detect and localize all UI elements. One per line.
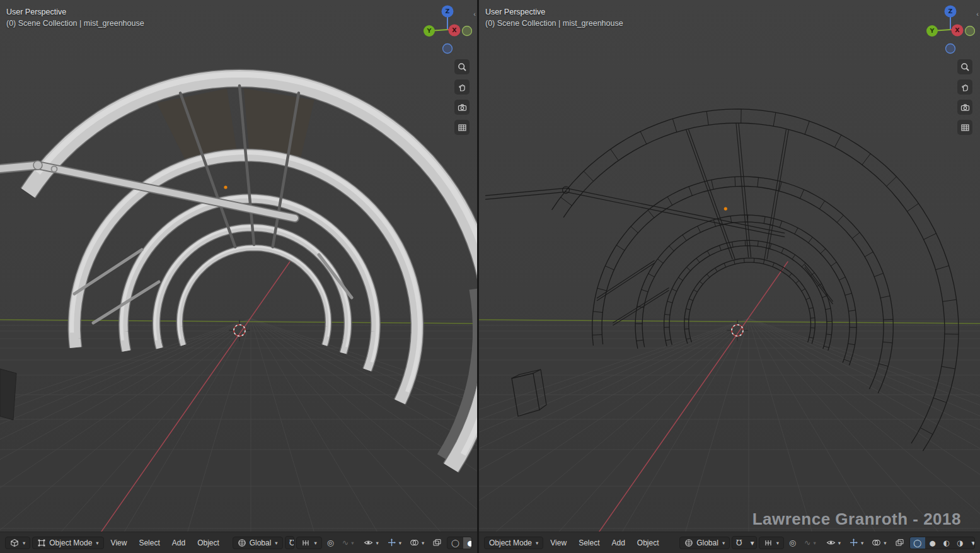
- menu-add[interactable]: Add: [606, 537, 630, 549]
- navigation-gizmo[interactable]: Z Y X: [423, 5, 472, 54]
- grid-icon: [458, 123, 467, 132]
- snap-magnet-toggle[interactable]: Ω: [732, 537, 746, 549]
- shading-material-button[interactable]: ◐: [940, 537, 954, 549]
- chevron-down-icon: ▾: [314, 540, 316, 546]
- menu-select[interactable]: Select: [134, 537, 164, 549]
- shading-wireframe-button[interactable]: ◯: [447, 537, 463, 549]
- shading-solid-button[interactable]: ●: [925, 537, 939, 549]
- eye-icon: [364, 538, 373, 547]
- viewport-tools: [454, 59, 470, 135]
- proportional-editing-toggle[interactable]: ◎: [786, 537, 799, 549]
- zoom-icon: [458, 62, 467, 72]
- hand-icon: [458, 83, 467, 92]
- gizmo-y-label: Y: [427, 27, 432, 34]
- chevron-down-icon: ▾: [422, 540, 424, 546]
- orientation-label: Global: [250, 538, 272, 547]
- gizmo-axis-neg-y[interactable]: [966, 26, 975, 36]
- navigation-gizmo[interactable]: Z Y X: [926, 5, 975, 54]
- viewport-shading-group: ◯ ● ◐ ◑ ▾: [909, 537, 975, 549]
- hand-icon: [960, 83, 970, 92]
- viewport-right[interactable]: User Perspective (0) Scene Collection | …: [479, 0, 980, 532]
- viewport-header-bar-left: ▾ Object Mode ▾ View Select Add Object: [0, 532, 477, 553]
- chevron-down-icon: ▾: [536, 540, 538, 546]
- snapping-group: Ω ▾: [732, 536, 757, 549]
- menu-select[interactable]: Select: [574, 537, 604, 549]
- xray-icon: [895, 538, 904, 547]
- viewport-left-column: User Perspective (0) Scene Collection | …: [0, 0, 477, 553]
- mode-label: Object Mode: [49, 538, 92, 547]
- xray-icon: [432, 538, 442, 547]
- chevron-down-icon: ▾: [884, 540, 886, 546]
- gizmo-arrows-icon: [849, 538, 858, 547]
- viewport-left[interactable]: User Perspective (0) Scene Collection | …: [0, 0, 477, 532]
- camera-icon: [960, 103, 970, 112]
- visibility-dropdown[interactable]: ▾: [823, 537, 844, 549]
- show-gizmo-dropdown[interactable]: ▾: [846, 537, 867, 549]
- shading-wireframe-button[interactable]: ◯: [910, 537, 926, 549]
- proportional-falloff-dropdown[interactable]: ∿ ▾: [801, 537, 819, 549]
- gizmo-axis-neg-z[interactable]: [946, 44, 955, 54]
- menu-object[interactable]: Object: [632, 537, 664, 549]
- shading-dropdown[interactable]: ▾: [968, 537, 975, 549]
- ortho-toggle-button[interactable]: [957, 120, 972, 135]
- snap-increment-icon: [301, 538, 310, 547]
- transform-orientation-dropdown[interactable]: Global ▾: [679, 537, 730, 549]
- zoom-button[interactable]: [454, 59, 470, 74]
- xray-toggle[interactable]: [429, 537, 445, 549]
- viewport-shading-group: ◯ ● ◐ ◑ ▾: [447, 537, 472, 549]
- ortho-toggle-button[interactable]: [454, 120, 470, 135]
- proportional-editing-toggle[interactable]: ◎: [324, 537, 337, 549]
- sidebar-collapse-arrow[interactable]: ‹: [473, 10, 476, 18]
- eye-icon: [826, 538, 836, 547]
- show-overlays-dropdown[interactable]: ▾: [406, 537, 427, 549]
- snap-magnet-toggle[interactable]: Ω: [285, 537, 295, 549]
- viewport-right-column: User Perspective (0) Scene Collection | …: [479, 0, 980, 553]
- chevron-down-icon: ▾: [813, 540, 816, 546]
- overlays-icon: [872, 538, 881, 547]
- editor-type-icon: [10, 538, 19, 547]
- zoom-button[interactable]: [957, 59, 972, 74]
- orientation-label: Global: [696, 538, 718, 547]
- camera-view-button[interactable]: [454, 100, 470, 115]
- menu-object[interactable]: Object: [192, 537, 224, 549]
- camera-view-button[interactable]: [957, 100, 972, 115]
- mode-label: Object Mode: [489, 538, 532, 547]
- sidebar-collapse-arrow[interactable]: ‹: [976, 10, 979, 18]
- shading-solid-button[interactable]: ●: [463, 537, 472, 549]
- chevron-down-icon: ▾: [96, 540, 98, 546]
- 3d-viewport-canvas[interactable]: [0, 0, 477, 532]
- 3d-viewport-canvas[interactable]: [479, 0, 980, 532]
- global-orientation-icon: [238, 538, 246, 547]
- menu-view[interactable]: View: [106, 537, 132, 549]
- gizmo-axis-neg-y[interactable]: [463, 26, 472, 36]
- xray-toggle[interactable]: [892, 537, 908, 549]
- editor-type-dropdown[interactable]: ▾: [5, 537, 30, 549]
- show-gizmo-dropdown[interactable]: ▾: [384, 537, 405, 549]
- snap-with-dropdown[interactable]: ▾: [296, 537, 321, 549]
- proportional-falloff-dropdown[interactable]: ∿ ▾: [339, 537, 357, 549]
- mode-dropdown[interactable]: Object Mode ▾: [32, 537, 103, 549]
- show-overlays-dropdown[interactable]: ▾: [868, 537, 889, 549]
- transform-orientation-dropdown[interactable]: Global ▾: [233, 537, 283, 549]
- gizmo-z-label: Z: [446, 8, 450, 15]
- viewport-tools: [957, 59, 972, 135]
- chevron-down-icon: ▾: [776, 540, 779, 546]
- chevron-down-icon: ▾: [376, 540, 378, 546]
- mode-dropdown[interactable]: Object Mode ▾: [484, 537, 543, 549]
- gizmo-x-label: X: [955, 26, 960, 33]
- menu-view[interactable]: View: [545, 537, 572, 549]
- snap-with-dropdown[interactable]: ▾: [759, 537, 784, 549]
- snapping-group: Ω ▾: [285, 536, 295, 549]
- snap-dropdown[interactable]: ▾: [747, 537, 757, 549]
- chevron-down-icon: ▾: [399, 540, 401, 546]
- overlays-icon: [410, 538, 419, 547]
- gizmo-arrows-icon: [387, 538, 396, 547]
- pan-button[interactable]: [957, 79, 972, 95]
- shading-rendered-button[interactable]: ◑: [954, 537, 967, 549]
- visibility-dropdown[interactable]: ▾: [360, 537, 381, 549]
- gizmo-axis-neg-z[interactable]: [443, 44, 453, 54]
- pan-button[interactable]: [454, 79, 470, 95]
- chevron-down-icon: ▾: [351, 540, 354, 546]
- chevron-down-icon: ▾: [275, 540, 277, 546]
- menu-add[interactable]: Add: [167, 537, 190, 549]
